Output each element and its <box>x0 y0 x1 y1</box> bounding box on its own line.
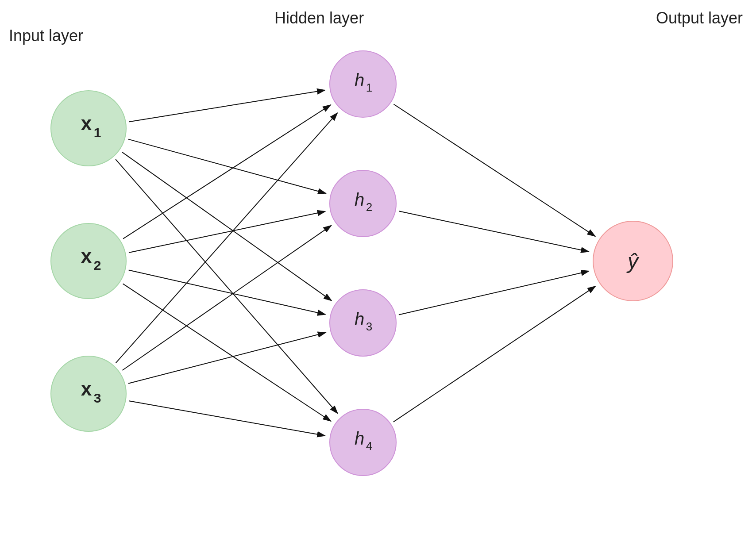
input-node-x3: x3 <box>51 356 126 431</box>
svg-line-8 <box>123 284 331 421</box>
svg-text:2: 2 <box>94 258 101 273</box>
svg-text:h: h <box>355 309 364 329</box>
svg-line-14 <box>399 211 589 251</box>
svg-text:3: 3 <box>94 391 101 405</box>
neural-network-diagram: Input layer Hidden layer Output layer x1… <box>0 0 756 553</box>
svg-text:h: h <box>355 190 364 209</box>
svg-line-12 <box>129 401 325 436</box>
svg-text:h: h <box>355 70 364 90</box>
svg-line-15 <box>399 271 589 315</box>
svg-text:x: x <box>81 245 92 267</box>
svg-line-1 <box>129 90 325 122</box>
network-svg: x1x2x3h1h2h3h4ŷ <box>0 0 756 553</box>
hidden-node-h3: h3 <box>330 290 396 356</box>
svg-line-5 <box>123 105 331 238</box>
svg-line-7 <box>129 270 325 314</box>
svg-text:1: 1 <box>94 125 101 140</box>
hidden-node-h1: h1 <box>330 51 396 117</box>
svg-line-11 <box>128 333 326 384</box>
svg-text:2: 2 <box>366 200 372 214</box>
svg-text:3: 3 <box>366 320 372 333</box>
svg-text:4: 4 <box>366 439 372 453</box>
svg-text:h: h <box>355 429 364 448</box>
svg-text:x: x <box>81 112 92 134</box>
input-node-x1: x1 <box>51 91 126 166</box>
svg-line-2 <box>128 139 326 193</box>
hidden-node-h2: h2 <box>330 170 396 237</box>
svg-line-3 <box>122 152 332 301</box>
svg-text:1: 1 <box>366 81 372 94</box>
hidden-node-h4: h4 <box>330 409 396 476</box>
output-node-y: ŷ <box>593 221 673 301</box>
input-node-x2: x2 <box>51 223 126 299</box>
svg-line-4 <box>116 159 338 413</box>
svg-line-6 <box>129 211 325 253</box>
svg-text:x: x <box>81 378 92 399</box>
svg-text:ŷ: ŷ <box>626 250 640 273</box>
svg-line-16 <box>393 286 595 422</box>
svg-line-9 <box>116 113 338 363</box>
